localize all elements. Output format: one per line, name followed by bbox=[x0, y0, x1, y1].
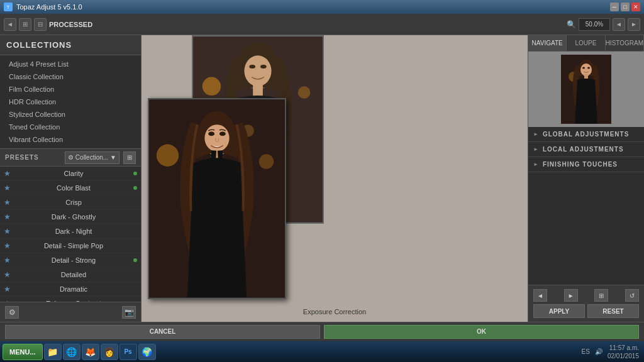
preset-item[interactable]: ★Detailed bbox=[0, 268, 141, 282]
adjustment-section: ►LOCAL ADJUSTMENTS bbox=[528, 142, 644, 157]
taskbar: MENU... 📁 🌐 🦊 👩 Ps 🌍 ES 🔊 11:57 a.m. 02/… bbox=[0, 341, 644, 362]
maximize-button[interactable]: □ bbox=[621, 3, 630, 11]
center-canvas: Exposure Correction bbox=[142, 35, 528, 322]
apply-button[interactable]: APPLY bbox=[533, 304, 585, 318]
taskbar-firefox-icon[interactable]: 🦊 bbox=[82, 344, 99, 360]
right-tab-loupe[interactable]: LOUPE bbox=[567, 35, 605, 51]
settings-icon-button[interactable]: ⚙ bbox=[5, 306, 19, 319]
collections-list: Adjust 4 Preset ListClassic CollectionFi… bbox=[0, 55, 141, 149]
time-text: 11:57 a.m. bbox=[608, 344, 639, 352]
star-icon: ★ bbox=[4, 299, 13, 302]
chevron-right-icon: ► bbox=[533, 162, 539, 167]
preset-item[interactable]: ★Dark - Night bbox=[0, 224, 141, 239]
prev-arrow-button[interactable]: ◄ bbox=[533, 289, 547, 302]
image-caption: Exposure Correction bbox=[303, 308, 366, 315]
svg-rect-8 bbox=[253, 84, 263, 96]
preset-name-label: Detail - Simple Pop bbox=[16, 242, 131, 250]
bottom-icon-row: ◄ ► ⊞ ↺ bbox=[533, 289, 639, 302]
preset-name-label: Dark - Ghostly bbox=[16, 213, 131, 221]
toolbar-nav-box[interactable]: ⊟ bbox=[34, 18, 47, 31]
titlebar-left: T Topaz Adjust 5 v5.1.0 bbox=[4, 3, 82, 11]
collection-item[interactable]: Vibrant Collection bbox=[0, 133, 141, 146]
preset-dot-indicator bbox=[133, 172, 137, 175]
preset-item[interactable]: ★Dark - Ghostly bbox=[0, 210, 141, 224]
collection-item[interactable]: Adjust 4 Preset List bbox=[0, 58, 141, 70]
ok-button[interactable]: OK bbox=[324, 325, 639, 339]
adjustment-label: FINISHING TOUCHES bbox=[543, 161, 618, 168]
preset-item[interactable]: ★Color Blast bbox=[0, 181, 141, 195]
thumbnail-image bbox=[561, 55, 611, 124]
svg-point-17 bbox=[219, 131, 226, 136]
left-panel-bottom: ⚙ 📷 bbox=[0, 302, 141, 322]
svg-point-6 bbox=[249, 65, 255, 69]
preset-name-label: Color Blast bbox=[16, 184, 131, 192]
svg-point-7 bbox=[260, 65, 267, 69]
adjustment-section-header[interactable]: ►FINISHING TOUCHES bbox=[528, 157, 644, 172]
preset-item[interactable]: ★Detail - Strong bbox=[0, 253, 141, 268]
date-text: 02/01/2015 bbox=[608, 352, 639, 360]
content-area: COLLECTIONS Adjust 4 Preset ListClassic … bbox=[0, 35, 644, 322]
cancel-button[interactable]: CANCEL bbox=[5, 325, 320, 339]
svg-rect-25 bbox=[584, 74, 588, 79]
adjustment-section-header[interactable]: ►GLOBAL ADJUSTMENTS bbox=[528, 127, 644, 141]
collections-header: COLLECTIONS bbox=[0, 35, 141, 55]
preset-item[interactable]: ★Dramatic bbox=[0, 282, 141, 297]
minimize-button[interactable]: ─ bbox=[610, 3, 619, 11]
toolbar-nav-icons[interactable]: ⊞ bbox=[19, 18, 31, 31]
reset-button[interactable]: RESET bbox=[587, 304, 639, 318]
preset-item[interactable]: ★Clarity bbox=[0, 167, 141, 181]
rotate-icon-button[interactable]: ↺ bbox=[625, 289, 639, 302]
zoom-out-button[interactable]: ◄ bbox=[613, 18, 625, 31]
right-tab-navigate[interactable]: NAVIGATE bbox=[528, 35, 567, 51]
zoom-in-button[interactable]: ► bbox=[628, 18, 640, 31]
taskbar-explorer-icon[interactable]: 📁 bbox=[44, 344, 62, 360]
preset-name-label: Clarity bbox=[16, 170, 131, 177]
svg-point-16 bbox=[208, 131, 214, 136]
star-icon: ★ bbox=[4, 169, 13, 178]
svg-point-23 bbox=[582, 67, 585, 69]
adjustments-panel: ►GLOBAL ADJUSTMENTS►LOCAL ADJUSTMENTS►FI… bbox=[528, 127, 644, 285]
taskbar-ie-icon[interactable]: 🌐 bbox=[63, 344, 80, 360]
preset-name-label: Dark - Night bbox=[16, 228, 131, 235]
grid-view-button[interactable]: ⊞ bbox=[123, 151, 136, 164]
collection-item[interactable]: HDR Collection bbox=[0, 96, 141, 108]
menu-button[interactable]: MENU... bbox=[3, 344, 43, 360]
camera-icon-button[interactable]: 📷 bbox=[122, 306, 136, 319]
preset-item[interactable]: ★Enhance Contrast bbox=[0, 297, 141, 302]
close-button[interactable]: ✕ bbox=[631, 3, 640, 11]
right-tab-histogram[interactable]: HISTOGRAM bbox=[606, 35, 644, 51]
adjustment-section-header[interactable]: ►LOCAL ADJUSTMENTS bbox=[528, 142, 644, 156]
star-icon: ★ bbox=[4, 212, 13, 221]
taskbar-photoshop-icon[interactable]: Ps bbox=[119, 344, 137, 360]
left-panel: COLLECTIONS Adjust 4 Preset ListClassic … bbox=[0, 35, 142, 322]
presets-label: PRESETS bbox=[5, 154, 39, 161]
preset-dot-empty bbox=[133, 287, 137, 291]
app-window: T Topaz Adjust 5 v5.1.0 ─ □ ✕ ◄ ⊞ ⊟ PROC… bbox=[0, 0, 644, 341]
star-icon: ★ bbox=[4, 241, 13, 250]
preset-name-label: Enhance Contrast bbox=[16, 300, 131, 302]
collection-item[interactable]: Classic Collection bbox=[0, 70, 141, 83]
adjustment-label: LOCAL ADJUSTMENTS bbox=[543, 146, 624, 153]
svg-point-1 bbox=[203, 77, 221, 96]
collection-item[interactable]: Stylized Collection bbox=[0, 108, 141, 121]
collection-dropdown[interactable]: ⚙ Collection... ▼ bbox=[65, 151, 119, 164]
preset-item[interactable]: ★Crisp bbox=[0, 195, 141, 210]
star-icon: ★ bbox=[4, 270, 13, 279]
next-arrow-button[interactable]: ► bbox=[564, 289, 578, 302]
taskbar-browser2-icon[interactable]: 🌍 bbox=[138, 344, 156, 360]
taskbar-woman-icon[interactable]: 👩 bbox=[101, 344, 118, 360]
gear-icon: ⚙ bbox=[68, 154, 74, 161]
star-icon: ★ bbox=[4, 184, 13, 192]
zoom-input[interactable] bbox=[579, 18, 610, 31]
toolbar-nav-left[interactable]: ◄ bbox=[4, 18, 16, 31]
main-toolbar: ◄ ⊞ ⊟ PROCESSED 🔍 ◄ ► bbox=[0, 14, 644, 35]
collection-item[interactable]: Film Collection bbox=[0, 83, 141, 96]
preset-item[interactable]: ★Detail - Simple Pop bbox=[0, 239, 141, 253]
adjustment-label: GLOBAL ADJUSTMENTS bbox=[543, 131, 629, 138]
chevron-right-icon: ► bbox=[533, 131, 539, 137]
clock-display: 11:57 a.m. 02/01/2015 bbox=[608, 344, 639, 360]
compare-icon-button[interactable]: ⊞ bbox=[594, 289, 608, 302]
app-icon: T bbox=[4, 3, 13, 11]
dropdown-label: Collection... bbox=[75, 154, 108, 161]
collection-item[interactable]: Toned Collection bbox=[0, 121, 141, 133]
